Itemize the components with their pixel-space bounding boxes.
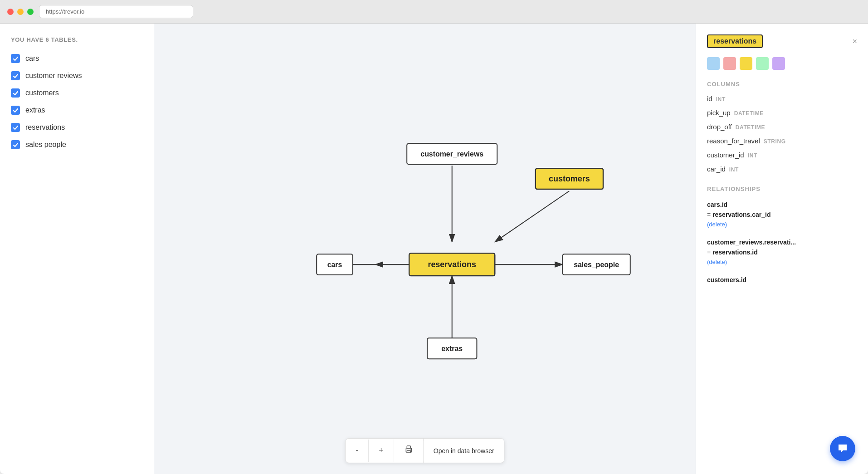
swatch-green[interactable] xyxy=(756,57,769,70)
checkbox-extras[interactable] xyxy=(11,106,20,115)
print-button[interactable] xyxy=(394,439,424,463)
checkbox-sales-people[interactable] xyxy=(11,140,20,149)
col-name-reason-for-travel: reason_for_travel xyxy=(707,137,760,145)
table-item-sales-people[interactable]: sales people xyxy=(11,140,143,149)
erd-diagram[interactable]: customer_reviews customers reservations … xyxy=(154,24,696,447)
rel-delete-customer-reviews[interactable]: (delete) xyxy=(707,259,727,265)
swatch-pink[interactable] xyxy=(723,57,736,70)
rel-delete-cars[interactable]: (delete) xyxy=(707,221,727,228)
sidebar-title: YOU HAVE 6 TABLES. xyxy=(11,36,143,43)
col-name-id: id xyxy=(707,95,712,103)
zoom-in-button[interactable]: + xyxy=(369,440,394,462)
open-in-data-browser-button[interactable]: Open in data browser xyxy=(424,441,504,461)
table-item-reservations[interactable]: reservations xyxy=(11,123,143,132)
chat-bubble-button[interactable] xyxy=(830,436,855,461)
right-panel: reservations × COLUMNS id INT pick_up DA… xyxy=(696,24,868,474)
node-label-customer-reviews[interactable]: customer_reviews xyxy=(420,150,483,158)
chat-icon xyxy=(836,442,849,455)
title-bar: https://trevor.io xyxy=(0,0,868,24)
rel-item-customers: customers.id xyxy=(707,275,857,285)
col-name-drop-off: drop_off xyxy=(707,123,732,131)
column-pick-up: pick_up DATETIME xyxy=(707,109,857,117)
rel-line1-customer-reviews: customer_reviews.reservati... xyxy=(707,237,857,247)
sidebar: YOU HAVE 6 TABLES. cars customer reviews xyxy=(0,24,154,474)
rel-line2-customer-reviews: = reservations.id xyxy=(707,247,857,257)
table-item-cars[interactable]: cars xyxy=(11,54,143,63)
rel-eq-cars: = xyxy=(707,211,712,218)
col-type-drop-off: DATETIME xyxy=(736,124,765,131)
printer-icon xyxy=(404,445,413,454)
checkbox-customer-reviews[interactable] xyxy=(11,71,20,80)
rel-bold-customers: customers.id xyxy=(707,276,746,283)
panel-close-button[interactable]: × xyxy=(852,37,857,46)
rel-item-cars: cars.id = reservations.car_id (delete) xyxy=(707,200,857,228)
node-label-reservations[interactable]: reservations xyxy=(428,260,476,269)
table-name-sales-people: sales people xyxy=(25,141,66,149)
col-name-car-id: car_id xyxy=(707,165,726,173)
columns-section-label: COLUMNS xyxy=(707,81,857,88)
color-swatches xyxy=(707,57,857,70)
checkbox-reservations[interactable] xyxy=(11,123,20,132)
app-window: https://trevor.io YOU HAVE 6 TABLES. car… xyxy=(0,0,868,474)
rel-eq-customer-reviews: = xyxy=(707,249,712,256)
table-name-customer-reviews: customer reviews xyxy=(25,72,82,80)
swatch-yellow[interactable] xyxy=(740,57,752,70)
arrow-customers-reservations xyxy=(495,191,569,242)
rel-line2-cars: = reservations.car_id xyxy=(707,210,857,220)
svg-point-5 xyxy=(410,449,411,450)
column-reason-for-travel: reason_for_travel STRING xyxy=(707,137,857,145)
relationships-list: cars.id = reservations.car_id (delete) c… xyxy=(707,200,857,285)
rel-line1-cars: cars.id xyxy=(707,200,857,210)
canvas-area[interactable]: customer_reviews customers reservations … xyxy=(154,24,696,474)
swatch-blue[interactable] xyxy=(707,57,720,70)
swatch-purple[interactable] xyxy=(772,57,785,70)
panel-title: reservations xyxy=(707,34,763,48)
svg-rect-4 xyxy=(407,450,410,453)
node-label-extras[interactable]: extras xyxy=(441,345,463,352)
col-type-customer-id: INT xyxy=(748,152,757,159)
col-name-customer-id: customer_id xyxy=(707,151,744,159)
relationships-section-label: RELATIONSHIPS xyxy=(707,186,857,192)
table-item-customers[interactable]: customers xyxy=(11,88,143,98)
rel-bold2-cars: reservations.car_id xyxy=(712,211,770,218)
checkbox-customers[interactable] xyxy=(11,88,20,98)
svg-rect-3 xyxy=(407,446,410,449)
rel-bold-customer-reviews: customer_reviews.reservati... xyxy=(707,239,796,246)
close-button[interactable] xyxy=(7,9,14,15)
panel-header: reservations × xyxy=(707,34,857,48)
rel-line1-customers: customers.id xyxy=(707,275,857,285)
table-name-customers: customers xyxy=(25,89,59,97)
bottom-toolbar: - + Open in data browser xyxy=(345,438,504,463)
node-label-sales-people[interactable]: sales_people xyxy=(574,261,619,269)
table-item-extras[interactable]: extras xyxy=(11,106,143,115)
node-label-customers[interactable]: customers xyxy=(549,174,590,183)
column-id: id INT xyxy=(707,95,857,103)
node-label-cars[interactable]: cars xyxy=(327,261,342,269)
main-layout: YOU HAVE 6 TABLES. cars customer reviews xyxy=(0,24,868,474)
rel-item-customer-reviews: customer_reviews.reservati... = reservat… xyxy=(707,237,857,266)
table-name-cars: cars xyxy=(25,54,39,63)
minimize-button[interactable] xyxy=(17,9,24,15)
table-list: cars customer reviews customers xyxy=(11,54,143,149)
col-type-id: INT xyxy=(716,96,726,103)
table-name-extras: extras xyxy=(25,106,45,114)
col-type-reason-for-travel: STRING xyxy=(764,138,786,145)
checkbox-cars[interactable] xyxy=(11,54,20,63)
col-type-car-id: INT xyxy=(729,166,739,173)
column-drop-off: drop_off DATETIME xyxy=(707,123,857,131)
rel-bold2-customer-reviews: reservations.id xyxy=(712,249,758,256)
rel-bold-cars: cars.id xyxy=(707,201,727,208)
table-item-customer-reviews[interactable]: customer reviews xyxy=(11,71,143,80)
col-name-pick-up: pick_up xyxy=(707,109,731,117)
column-car-id: car_id INT xyxy=(707,165,857,173)
traffic-lights xyxy=(7,9,34,15)
column-customer-id: customer_id INT xyxy=(707,151,857,159)
col-type-pick-up: DATETIME xyxy=(734,110,764,117)
zoom-out-button[interactable]: - xyxy=(346,440,369,462)
address-bar[interactable]: https://trevor.io xyxy=(39,5,193,18)
column-list: id INT pick_up DATETIME drop_off DATETIM… xyxy=(707,95,857,173)
table-name-reservations: reservations xyxy=(25,123,65,132)
maximize-button[interactable] xyxy=(27,9,34,15)
